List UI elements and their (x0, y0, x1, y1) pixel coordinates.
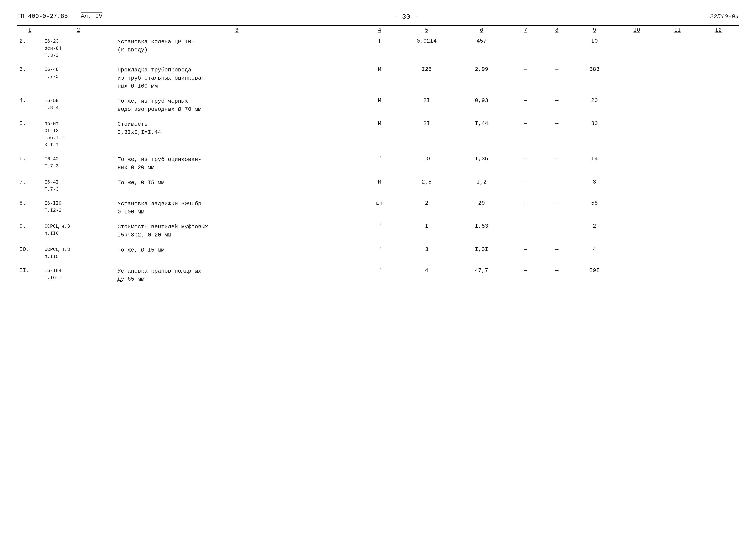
row-total: 2 (573, 220, 616, 242)
row-unit: М (359, 63, 400, 93)
row-col11 (657, 63, 698, 93)
row-ref: пр-нт OI-I3 таб.I.I К-I,I (42, 117, 115, 152)
col-header-11: II (657, 25, 698, 35)
row-price: I,44 (453, 117, 510, 152)
col-header-4: 4 (359, 25, 400, 35)
row-col7: — (510, 63, 541, 93)
row-description: Стоимость вентилей муфтовых I5кч8р2, Ø 2… (115, 220, 359, 242)
doc-title: ТП 400-0-27.85 (17, 13, 68, 19)
row-qty: I (400, 220, 453, 242)
row-description: То же, из труб оцинкован- ных Ø 20 мм (115, 152, 359, 175)
row-col10 (616, 243, 657, 263)
row-qty: 4 (400, 264, 453, 286)
row-col7: — (510, 264, 541, 286)
row-total: 30 (573, 117, 616, 152)
row-col7: — (510, 176, 541, 196)
col-header-1: I (17, 25, 42, 35)
table-row: 9.ССРСЦ ч.3 п.II6Стоимость вентилей муфт… (17, 220, 739, 242)
row-unit: Т (359, 35, 400, 62)
row-ref: I6-42 Т.7-3 (42, 152, 115, 175)
page-number: - 30 - (394, 13, 418, 21)
row-price: I,53 (453, 220, 510, 242)
col-header-3: 3 (115, 25, 359, 35)
row-col11 (657, 117, 698, 152)
row-number: 2. (17, 35, 42, 62)
row-description: То же, Ø I5 мм (115, 176, 359, 196)
row-col10 (616, 220, 657, 242)
col-header-10: IO (616, 25, 657, 35)
row-col8: — (541, 176, 573, 196)
row-ref: I6-4I Т.7-3 (42, 176, 115, 196)
row-col10 (616, 264, 657, 286)
row-description: Установка колена ЦР I00 (к вводу) (115, 35, 359, 62)
row-price: 2,99 (453, 63, 510, 93)
row-unit: М (359, 94, 400, 117)
row-col7: — (510, 94, 541, 117)
table-row: 7.I6-4I Т.7-3То же, Ø I5 ммМ2,5I,2——3 (17, 176, 739, 196)
row-col10 (616, 152, 657, 175)
row-ref: ССРСЦ ч.3 п.II6 (42, 220, 115, 242)
row-col12 (698, 176, 739, 196)
row-qty: 2I (400, 94, 453, 117)
row-total: 383 (573, 63, 616, 93)
doc-subtitle: Ал. IV (81, 13, 102, 19)
row-total: I4 (573, 152, 616, 175)
row-description: То же, Ø I5 мм (115, 243, 359, 263)
row-col11 (657, 243, 698, 263)
row-col10 (616, 63, 657, 93)
row-col10 (616, 176, 657, 196)
row-col7: — (510, 220, 541, 242)
col-header-12: I2 (698, 25, 739, 35)
row-price: I,3I (453, 243, 510, 263)
row-col7: — (510, 243, 541, 263)
row-col8: — (541, 35, 573, 62)
row-total: IO (573, 35, 616, 62)
row-col11 (657, 35, 698, 62)
main-table: I 2 3 4 5 6 7 8 9 IO II I2 2.I6-23 эсн-8… (17, 25, 739, 286)
row-col12 (698, 117, 739, 152)
row-unit: шт (359, 197, 400, 219)
row-col11 (657, 152, 698, 175)
column-header-row: I 2 3 4 5 6 7 8 9 IO II I2 (17, 25, 739, 35)
header-center: - 30 - (102, 13, 710, 21)
row-col7: — (510, 117, 541, 152)
row-col7: — (510, 35, 541, 62)
row-ref: I6-59 Т.8-4 (42, 94, 115, 117)
row-number: 6. (17, 152, 42, 175)
row-ref: I6-II9 Т.I2-2 (42, 197, 115, 219)
row-description: Установка кранов пожарных Ду 65 мм (115, 264, 359, 286)
row-col8: — (541, 197, 573, 219)
doc-number: 22510-04 (710, 13, 739, 20)
row-number: 7. (17, 176, 42, 196)
row-col8: — (541, 94, 573, 117)
row-qty: I28 (400, 63, 453, 93)
row-number: 9. (17, 220, 42, 242)
row-col11 (657, 197, 698, 219)
row-col8: — (541, 63, 573, 93)
table-row: 4.I6-59 Т.8-4То же, из труб черных водог… (17, 94, 739, 117)
col-header-9: 9 (573, 25, 616, 35)
row-col12 (698, 63, 739, 93)
row-description: То же, из труб черных водогазопроводных … (115, 94, 359, 117)
page: ТП 400-0-27.85 Ал. IV - 30 - 22510-04 (0, 0, 756, 536)
row-unit: М (359, 117, 400, 152)
row-number: II. (17, 264, 42, 286)
row-price: 47,7 (453, 264, 510, 286)
row-price: I,2 (453, 176, 510, 196)
row-col8: — (541, 152, 573, 175)
row-col10 (616, 94, 657, 117)
col-header-8: 8 (541, 25, 573, 35)
row-col12 (698, 35, 739, 62)
row-price: I,35 (453, 152, 510, 175)
row-total: 3 (573, 176, 616, 196)
row-col12 (698, 243, 739, 263)
row-unit: " (359, 243, 400, 263)
row-qty: 2,5 (400, 176, 453, 196)
row-col11 (657, 94, 698, 117)
row-col12 (698, 220, 739, 242)
col-header-6: 6 (453, 25, 510, 35)
row-qty: 2 (400, 197, 453, 219)
table-row: 5.пр-нт OI-I3 таб.I.I К-I,IСтоимость I,3… (17, 117, 739, 152)
row-unit: " (359, 264, 400, 286)
row-number: 4. (17, 94, 42, 117)
